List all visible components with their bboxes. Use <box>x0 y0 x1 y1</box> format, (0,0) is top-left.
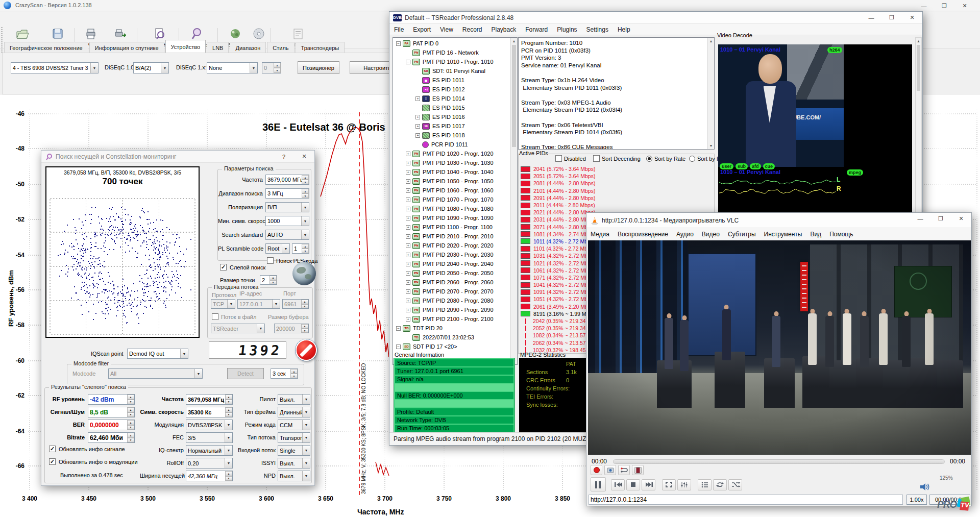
menu-export[interactable]: Export <box>408 24 435 35</box>
chevron-down-icon[interactable]: ▼ <box>302 433 310 442</box>
pid-row[interactable]: 2011 (4.44% - 2.80 Mbps) <box>521 202 674 209</box>
tree-item[interactable]: +PNPMT PID 2040 - Progr. 2040 <box>394 259 510 268</box>
expand-icon[interactable]: + <box>406 271 410 276</box>
pid-row[interactable]: 2041 (5.72% - 3.64 Mbps) <box>521 165 674 173</box>
tree-item[interactable]: +10ES PID 1017 <box>394 121 510 131</box>
vlc-stop-button[interactable] <box>626 479 640 490</box>
vlc-menu-помощь[interactable]: Помощь <box>825 228 857 240</box>
expand-icon[interactable]: + <box>406 216 410 220</box>
vlc-close-button[interactable]: ✕ <box>951 213 971 225</box>
collapse-icon[interactable]: − <box>396 41 401 46</box>
expand-icon[interactable]: + <box>406 161 410 165</box>
pl-mode-select[interactable]: Root▼ <box>265 243 290 254</box>
tree-item[interactable]: −TDTDT PID 20 <box>394 324 510 333</box>
spinner-arrows-icon[interactable]: ▲▼ <box>301 324 308 333</box>
vlc-fullscreen-button[interactable] <box>662 479 676 490</box>
tree-item[interactable]: +PNPMT PID 2010 - Progr. 2010 <box>394 232 510 241</box>
tree-item[interactable]: +ES PID 1018 <box>394 131 510 140</box>
expand-icon[interactable]: + <box>406 188 410 193</box>
vlc-equalizer-button[interactable] <box>677 479 691 490</box>
scroll-up-icon[interactable]: ▲ <box>511 38 517 44</box>
buffer-size-spinner[interactable]: 200000 ▲▼ <box>274 324 309 333</box>
modcode-select[interactable]: All ▼ <box>108 368 203 379</box>
vlc-seek-slider[interactable] <box>613 459 945 464</box>
pid-row[interactable]: 2101 (4.44% - 2.80 Mbps) <box>521 187 674 194</box>
tree-item[interactable]: ES PID 1015 <box>394 103 510 112</box>
spinner-arrows-icon[interactable]: ▲▼ <box>127 395 134 404</box>
result-select[interactable]: Нормальный▼ <box>186 445 233 456</box>
vlc-pause-button[interactable] <box>591 477 606 491</box>
tree-item[interactable]: +≡ES PID 1014 <box>394 94 510 103</box>
result-spinner[interactable]: 3679,058 МГц▲▼ <box>186 394 233 405</box>
spinner-arrows-icon[interactable]: ▲▼ <box>127 433 134 442</box>
expand-icon[interactable]: + <box>406 308 410 312</box>
tsreader-minimize-button[interactable]: — <box>861 12 881 23</box>
result-spinner[interactable]: 0,0000000▲▼ <box>88 420 135 430</box>
collapse-icon[interactable]: − <box>396 344 401 349</box>
result-spinner[interactable]: 35300 Кс▲▼ <box>186 407 233 417</box>
vlc-record-button[interactable] <box>591 465 602 475</box>
vlc-shuffle-button[interactable] <box>728 479 742 490</box>
protocol-select[interactable]: TCP ▼ <box>211 299 235 309</box>
param-spinner[interactable]: 3 МГц▲▼ <box>265 188 309 199</box>
chevron-down-icon[interactable]: ▼ <box>225 446 232 455</box>
vlc-maximize-button[interactable]: ❐ <box>930 213 951 225</box>
menu-plugins[interactable]: Plugins <box>552 24 581 35</box>
update-signal-checkbox[interactable]: ✓ <box>49 446 56 452</box>
chevron-down-icon[interactable]: ▼ <box>302 458 310 468</box>
vlc-loop-button[interactable] <box>713 479 727 490</box>
collapse-icon[interactable]: − <box>396 326 401 331</box>
expand-icon[interactable]: + <box>406 253 410 257</box>
expand-icon[interactable]: + <box>415 96 420 101</box>
result-spinner[interactable]: 8,5 dB▲▼ <box>88 407 135 417</box>
chevron-down-icon[interactable]: ▼ <box>282 244 289 253</box>
chevron-down-icon[interactable]: ▼ <box>301 216 309 226</box>
chevron-down-icon[interactable]: ▼ <box>302 420 310 430</box>
vlc-address-input[interactable]: http://127.0.0.1:1234 <box>589 495 903 505</box>
tree-item[interactable]: PNPMT PID 16 - Network <box>394 48 510 57</box>
vlc-previous-button[interactable] <box>611 479 625 490</box>
expand-icon[interactable]: + <box>406 243 410 248</box>
expand-icon[interactable]: + <box>406 198 410 202</box>
result-select[interactable]: CCM▼ <box>278 420 310 430</box>
tree-item[interactable]: +PNPMT PID 2070 - Progr. 2070 <box>394 287 510 296</box>
sort-by-pid-radio[interactable] <box>689 156 695 162</box>
tree-item[interactable]: +PNPMT PID 1080 - Progr. 1080 <box>394 204 510 213</box>
menu-help[interactable]: Help <box>613 24 635 35</box>
scroll-down-icon[interactable]: ▼ <box>708 142 714 149</box>
tsreader-maximize-button[interactable]: ❐ <box>881 12 902 23</box>
vlc-menu-аудио[interactable]: Аудио <box>672 228 698 240</box>
menu-forward[interactable]: Forward <box>521 24 552 35</box>
vlc-rate-display[interactable]: 1.00x <box>906 495 927 505</box>
spinner-arrows-icon[interactable]: ▲▼ <box>270 276 277 284</box>
spinner-arrows-icon[interactable]: ▲▼ <box>225 407 232 417</box>
tree-item[interactable]: TD2022/07/01 23:02:53 <box>394 333 510 342</box>
result-spinner[interactable]: 42,360 МГц▲▼ <box>186 471 233 481</box>
expand-icon[interactable]: + <box>406 170 410 175</box>
vlc-video-area[interactable] <box>588 240 971 455</box>
expand-icon[interactable]: + <box>406 262 410 266</box>
expand-icon[interactable]: + <box>406 207 410 211</box>
update-modulation-checkbox[interactable]: ✓ <box>49 458 56 465</box>
pid-row[interactable]: 2091 (4.44% - 2.80 Mbps) <box>521 194 674 202</box>
tree-item[interactable]: +PNPMT PID 2020 - Progr. 2020 <box>394 241 510 250</box>
menu-playback[interactable]: Playback <box>487 24 521 35</box>
blind-search-checkbox[interactable]: ✓ <box>220 264 227 270</box>
chevron-down-icon[interactable]: ▼ <box>302 395 310 404</box>
pls-search-checkbox[interactable] <box>267 257 274 264</box>
expand-icon[interactable]: + <box>406 234 410 239</box>
tree-item[interactable]: +PNPMT PID 2050 - Progr. 2050 <box>394 268 510 278</box>
expand-icon[interactable]: + <box>406 225 410 230</box>
tree-item[interactable]: +PNPMT PID 2030 - Progr. 2030 <box>394 250 510 259</box>
expand-icon[interactable]: + <box>415 115 420 119</box>
param-select[interactable]: В/П▼ <box>265 202 309 212</box>
stream-to-file-checkbox[interactable] <box>212 313 218 320</box>
expand-icon[interactable]: + <box>406 280 410 285</box>
tree-item[interactable]: +PNPMT PID 1050 - Progr. 1050 <box>394 177 510 186</box>
expand-icon[interactable]: + <box>415 133 420 138</box>
tree-item[interactable]: +PNPMT PID 1030 - Progr. 1030 <box>394 158 510 167</box>
ip-select[interactable]: 127.0.0.1 ▼ <box>237 299 280 309</box>
tree-item[interactable]: −SDSDT PID 17 <20> <box>394 342 510 351</box>
result-select[interactable]: 3/5▼ <box>186 432 233 443</box>
result-spinner[interactable]: -42 dBm▲▼ <box>88 394 135 405</box>
